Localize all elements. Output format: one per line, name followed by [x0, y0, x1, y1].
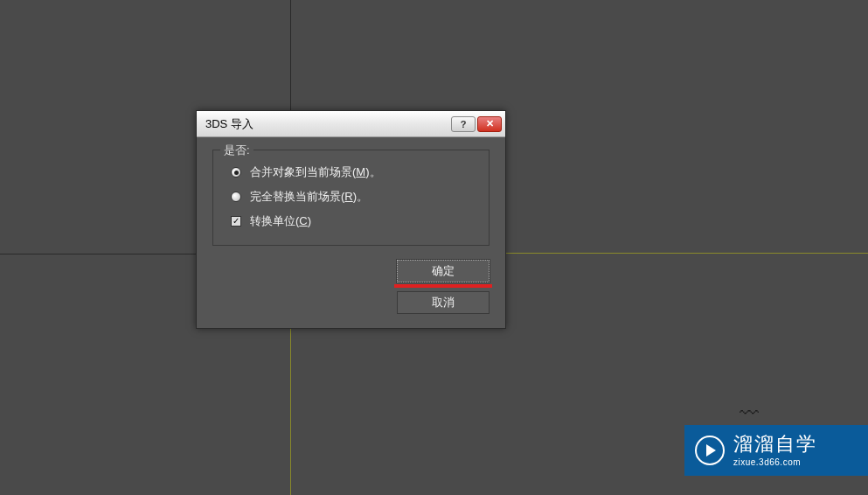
annotation-highlight — [394, 284, 492, 288]
watermark-title: 溜溜自学 — [733, 433, 817, 456]
close-button[interactable]: ✕ — [477, 116, 502, 132]
option-replace-label: 完全替换当前场景(R)。 — [250, 189, 368, 205]
option-merge[interactable]: 合并对象到当前场景(M)。 — [231, 164, 471, 180]
radio-merge[interactable] — [231, 167, 241, 178]
radio-selected-icon — [234, 171, 239, 175]
dialog-title: 3DS 导入 — [205, 116, 449, 132]
import-3ds-dialog: 3DS 导入 ? ✕ 是否: 合并对象到当前场景(M)。 完全替换当前场景(R)… — [196, 110, 506, 329]
option-convert-label: 转换单位(C) — [250, 213, 311, 229]
watermark-subtitle: zixue.3d66.com — [733, 457, 817, 468]
option-merge-label: 合并对象到当前场景(M)。 — [250, 164, 381, 180]
fieldset-legend: 是否: — [220, 143, 253, 158]
radio-replace[interactable] — [231, 192, 241, 202]
help-button[interactable]: ? — [451, 116, 476, 132]
options-fieldset: 是否: 合并对象到当前场景(M)。 完全替换当前场景(R)。 ✓ 转换单位(C) — [212, 150, 490, 246]
decorative-wave: 〰 — [740, 402, 756, 425]
help-icon: ? — [461, 119, 467, 129]
ok-button[interactable]: 确定 — [397, 260, 490, 282]
checkbox-convert[interactable]: ✓ — [231, 216, 241, 227]
dialog-buttons: 确定 取消 — [212, 260, 490, 314]
play-icon — [695, 436, 725, 465]
check-icon: ✓ — [233, 217, 240, 226]
cancel-button[interactable]: 取消 — [397, 291, 490, 314]
option-convert-units[interactable]: ✓ 转换单位(C) — [231, 213, 471, 229]
option-replace[interactable]: 完全替换当前场景(R)。 — [231, 189, 471, 205]
watermark-banner: 溜溜自学 zixue.3d66.com — [684, 425, 868, 476]
close-icon: ✕ — [486, 118, 494, 129]
dialog-titlebar[interactable]: 3DS 导入 ? ✕ — [197, 111, 505, 137]
dialog-body: 是否: 合并对象到当前场景(M)。 完全替换当前场景(R)。 ✓ 转换单位(C) — [197, 137, 505, 328]
